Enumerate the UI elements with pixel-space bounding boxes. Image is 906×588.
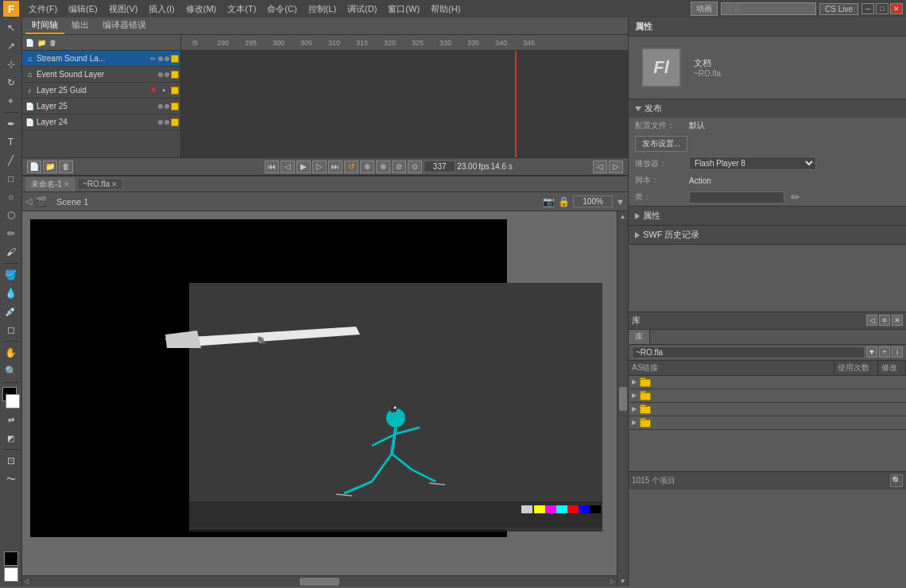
new-layer-icon[interactable]: 📄 — [25, 39, 34, 47]
zoom-dropdown-icon[interactable]: ▼ — [616, 197, 625, 207]
back-arrow-icon[interactable]: ◁ — [25, 196, 32, 207]
tool-pencil[interactable]: ✏ — [2, 225, 20, 242]
restore-button[interactable]: □ — [876, 3, 889, 14]
lib-file-dropdown[interactable]: ▼ — [866, 346, 877, 358]
delete-layer-icon[interactable]: 🗑 — [49, 39, 56, 47]
zoom-input[interactable]: 100% — [573, 195, 613, 207]
tool-eyedropper[interactable]: 💉 — [2, 303, 20, 320]
search-input[interactable] — [721, 2, 816, 15]
expand-icon-4[interactable]: ▶ — [632, 419, 637, 426]
go-first-btn[interactable]: ⏮ — [265, 161, 279, 173]
tool-rect[interactable]: □ — [2, 170, 20, 188]
tool-lasso[interactable]: ⌖ — [2, 92, 20, 110]
minimize-button[interactable]: ─ — [861, 3, 874, 14]
tool-subselect[interactable]: ↗ — [2, 37, 20, 55]
tool-ink[interactable]: 💧 — [2, 284, 20, 302]
tool-snap[interactable]: ⊡ — [2, 452, 20, 470]
menu-insert[interactable]: 插入(I) — [144, 2, 179, 17]
lib-props-btn[interactable]: i — [892, 346, 903, 358]
lib-search-button[interactable]: 🔍 — [890, 474, 903, 487]
publish-settings-btn[interactable]: 发布设置... — [635, 136, 687, 152]
layer-row-4[interactable]: 📄 Layer 24 — [22, 114, 180, 130]
tool-hand[interactable]: ✋ — [2, 344, 20, 362]
delete-btn[interactable]: 🗑 — [59, 161, 73, 173]
v-scrollbar[interactable]: ▲ ▼ — [617, 211, 628, 586]
current-stroke[interactable] — [4, 551, 18, 566]
lib-add-btn[interactable]: + — [879, 346, 890, 358]
step-back-btn[interactable]: ◁ — [281, 161, 295, 173]
tool-brush[interactable]: 🖌 — [2, 243, 20, 261]
scroll-right-btn[interactable]: ▷ — [609, 161, 623, 173]
cs-live-button[interactable]: CS Live — [819, 3, 858, 15]
lib-file-name[interactable]: ~RO.fla — [632, 346, 865, 358]
tool-poly[interactable]: ⬡ — [2, 207, 20, 224]
layer-row-0[interactable]: ♫ Stream Sound La... ✏ — [22, 51, 180, 67]
close-button[interactable]: ✕ — [890, 3, 903, 14]
tool-paint-bucket[interactable]: 🪣 — [2, 266, 20, 284]
tool-zoom[interactable]: 🔍 — [2, 362, 20, 380]
tool-text[interactable]: T — [2, 133, 20, 151]
publish-section-header[interactable]: 发布 — [629, 99, 906, 118]
tool-eraser[interactable]: ◻ — [2, 321, 20, 338]
lib-menu-btn[interactable]: ≡ — [879, 315, 890, 326]
tool-line[interactable]: ╱ — [2, 152, 20, 169]
onion-settings-btn[interactable]: ⊙ — [408, 161, 422, 173]
onion-outlines-btn[interactable]: ⊘ — [392, 161, 406, 173]
menu-control[interactable]: 控制(L) — [304, 2, 341, 17]
tool-free-transform[interactable]: ⊹ — [2, 56, 20, 73]
menu-window[interactable]: 窗口(W) — [383, 2, 424, 17]
new-layer-btn[interactable]: 📄 — [27, 161, 41, 173]
tool-select[interactable]: ↖ — [2, 19, 20, 37]
menu-text[interactable]: 文本(T) — [223, 2, 261, 17]
tool-3d[interactable]: ↻ — [2, 74, 20, 91]
frame-input[interactable]: 337 — [424, 161, 455, 172]
menu-edit[interactable]: 编辑(E) — [64, 2, 103, 17]
step-fwd-btn[interactable]: ▷ — [312, 161, 327, 173]
player-select[interactable]: Flash Player 8 — [689, 157, 816, 170]
menu-file[interactable]: 文件(F) — [24, 2, 62, 17]
tool-swap-colors[interactable]: ⇄ — [2, 411, 20, 428]
play-btn[interactable]: ▶ — [296, 161, 311, 173]
lib-close-btn[interactable]: ✕ — [892, 315, 903, 326]
menu-view[interactable]: 视图(V) — [104, 2, 143, 17]
lib-item-2[interactable]: ▶ — [629, 389, 906, 403]
stage-tab-ro-close[interactable]: ✕ — [111, 180, 118, 188]
expand-icon-3[interactable]: ▶ — [632, 405, 637, 412]
tab-compiler-errors[interactable]: 编译器错误 — [96, 17, 153, 34]
fill-color[interactable] — [6, 394, 20, 408]
swf-section-header[interactable]: SWF 历史记录 — [629, 226, 906, 244]
go-last-btn[interactable]: ⏭ — [328, 161, 343, 173]
tab-timeline[interactable]: 时间轴 — [25, 17, 64, 34]
lib-item-4[interactable]: ▶ — [629, 416, 906, 430]
animate-button[interactable]: 动画 — [691, 2, 718, 16]
sync-btn[interactable]: ⊕ — [360, 161, 374, 173]
layer-row-3[interactable]: 📄 Layer 25 — [22, 99, 180, 114]
menu-help[interactable]: 帮助(H) — [426, 2, 465, 17]
new-folder-icon[interactable]: 📁 — [37, 39, 46, 47]
scroll-left-btn[interactable]: ◁ — [593, 161, 607, 173]
lib-item-3[interactable]: ▶ — [629, 403, 906, 416]
stage-tab-ro[interactable]: ~RO.fla ✕ — [77, 178, 123, 190]
stage-tab-unnamed[interactable]: 未命名-1 ✕ — [25, 177, 76, 191]
menu-debug[interactable]: 调试(D) — [343, 2, 381, 17]
props-subsection-header[interactable]: 属性 — [629, 207, 906, 225]
onion-skin-btn[interactable]: ⊗ — [376, 161, 390, 173]
lib-item-1[interactable]: ▶ — [629, 376, 906, 389]
lib-tab-library[interactable]: 库 — [629, 330, 650, 344]
menu-command[interactable]: 命令(C) — [262, 2, 301, 17]
expand-icon-2[interactable]: ▶ — [632, 392, 637, 399]
current-fill[interactable] — [4, 567, 18, 582]
new-folder-btn[interactable]: 📁 — [43, 161, 57, 173]
menu-modify[interactable]: 修改(M) — [181, 2, 222, 17]
loop-btn[interactable]: ↺ — [344, 161, 358, 173]
stage-tab-unnamed-close[interactable]: ✕ — [64, 180, 70, 188]
tool-default-colors[interactable]: ◩ — [2, 429, 20, 447]
tool-oval[interactable]: ○ — [2, 188, 20, 206]
class-input[interactable] — [689, 191, 784, 203]
layer-edit-0[interactable]: ✏ — [150, 55, 157, 63]
layer-row-1[interactable]: ♫ Event Sound Layer — [22, 67, 180, 83]
expand-icon-1[interactable]: ▶ — [632, 378, 637, 385]
tool-pen[interactable]: ✒ — [2, 115, 20, 133]
tab-output[interactable]: 输出 — [65, 17, 95, 34]
class-edit-icon[interactable]: ✏ — [791, 191, 800, 203]
